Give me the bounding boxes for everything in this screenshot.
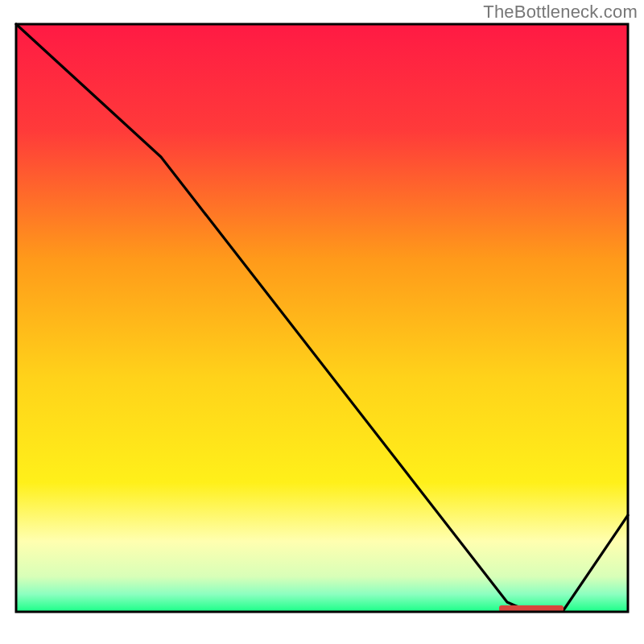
watermark-text: TheBottleneck.com xyxy=(483,2,638,23)
gradient-background xyxy=(16,24,628,612)
bottleneck-chart xyxy=(0,0,644,644)
